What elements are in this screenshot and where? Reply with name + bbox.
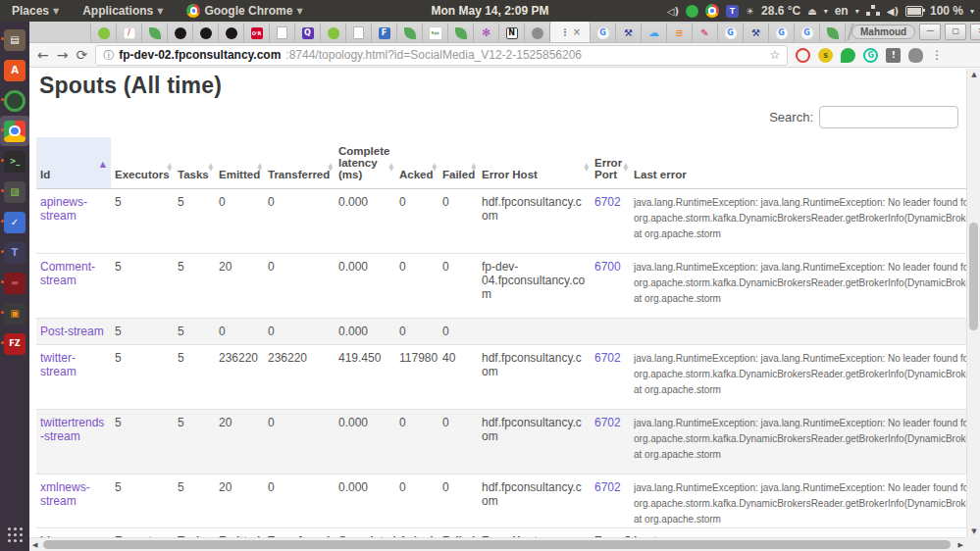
volume-icon[interactable]: ◀): [887, 6, 899, 17]
tab-close-icon[interactable]: ×: [573, 27, 581, 37]
teams-icon[interactable]: T: [726, 5, 739, 18]
launcher-item-green-app[interactable]: [0, 85, 29, 116]
minimize-button[interactable]: —: [919, 24, 941, 40]
error-port-link[interactable]: 6702: [594, 416, 621, 429]
browser-tab[interactable]: /: [116, 24, 141, 42]
launcher-item-terminal[interactable]: >_: [0, 146, 29, 176]
bookmark-star-icon[interactable]: ☆: [769, 48, 780, 62]
battery-percent-label[interactable]: 100 %: [930, 4, 963, 18]
search-input[interactable]: [819, 106, 958, 128]
spout-id-link[interactable]: twitter-stream: [40, 351, 77, 378]
scroll-left-icon[interactable]: ◀: [32, 539, 37, 551]
column-header-emitted[interactable]: Emitted▲▼: [215, 137, 264, 189]
error-port-link[interactable]: 6702: [594, 195, 621, 209]
launcher-item-filezilla[interactable]: FZ: [0, 328, 29, 359]
show-applications-button[interactable]: [6, 526, 24, 543]
audio-cast-icon[interactable]: ◁): [667, 6, 679, 17]
spout-id-link[interactable]: Post-stream: [40, 325, 104, 338]
browser-tab[interactable]: ✎: [692, 24, 717, 42]
places-menu[interactable]: Places ▼: [0, 0, 71, 22]
launcher-item-todo-app[interactable]: ✓: [0, 207, 29, 237]
temperature-label[interactable]: 28.6 °C: [761, 4, 800, 18]
browser-tab[interactable]: Sys: [422, 24, 447, 42]
browser-tab[interactable]: [447, 24, 473, 42]
browser-tab[interactable]: F: [371, 24, 396, 42]
column-header-transferred[interactable]: Transferred▲▼: [264, 137, 335, 189]
browser-tab[interactable]: ⚒: [743, 24, 768, 42]
forward-button[interactable]: →: [57, 48, 69, 62]
column-header-executors[interactable]: Executors▲▼: [111, 137, 174, 189]
browser-tab[interactable]: G: [768, 24, 794, 42]
launcher-item-files[interactable]: ▤: [0, 25, 29, 55]
scroll-down-icon[interactable]: ▼: [967, 527, 980, 535]
ghostery-extension-icon[interactable]: [908, 48, 923, 63]
browser-tab[interactable]: Q: [294, 24, 320, 42]
active-tab[interactable]: ⋮×: [549, 22, 590, 42]
back-button[interactable]: ←: [37, 48, 49, 62]
horizontal-scrollbar[interactable]: ◀ ▶: [29, 537, 966, 551]
browser-tab[interactable]: N: [498, 24, 524, 42]
launcher-item-ubuntu-software[interactable]: A: [0, 55, 29, 85]
chrome-tray-icon[interactable]: [705, 4, 719, 18]
scroll-right-icon[interactable]: ▶: [958, 539, 963, 551]
lighthouse-extension-icon[interactable]: !: [886, 48, 901, 63]
active-app-menu[interactable]: Google Chrome ▼: [175, 0, 314, 22]
spout-id-link[interactable]: twittertrends-stream: [40, 416, 104, 443]
browser-tab[interactable]: ✻: [473, 24, 498, 42]
eject-icon[interactable]: ⏏: [807, 6, 816, 17]
error-port-link[interactable]: 6702: [594, 351, 621, 365]
browser-tab[interactable]: O'R: [243, 24, 269, 42]
browser-tab[interactable]: ☁: [641, 24, 666, 42]
launcher-item-image-viewer[interactable]: ▨: [0, 176, 29, 207]
launcher-item-media-app[interactable]: ▬: [0, 268, 29, 298]
browser-tab[interactable]: [90, 24, 116, 42]
launcher-item-google-chrome[interactable]: [0, 116, 29, 146]
page-info-icon[interactable]: ⓘ: [103, 48, 114, 63]
browser-tab[interactable]: [141, 24, 167, 42]
column-header-error-port[interactable]: Error Port▲▼: [591, 137, 630, 189]
browser-tab[interactable]: G: [717, 24, 743, 42]
browser-tab[interactable]: [218, 24, 243, 42]
reload-button[interactable]: ⟳: [76, 48, 87, 62]
browser-menu-icon[interactable]: ⋮: [931, 48, 944, 62]
horizontal-scroll-thumb[interactable]: [43, 540, 951, 549]
caret-down-icon[interactable]: ▾: [970, 7, 974, 16]
browser-tab[interactable]: [167, 24, 192, 42]
column-header-id[interactable]: Id▲: [36, 137, 111, 189]
red-ring-extension-icon[interactable]: [796, 48, 810, 63]
browser-tab[interactable]: [524, 24, 549, 42]
launcher-item-ms-teams[interactable]: T: [0, 237, 29, 268]
network-icon[interactable]: [866, 5, 880, 17]
spout-id-link[interactable]: apinews-stream: [40, 195, 87, 223]
address-bar[interactable]: ⓘ fp-dev-02.fpconsultancy.com:8744/topol…: [95, 45, 788, 66]
caret-down-icon[interactable]: ▾: [824, 7, 828, 16]
column-header-error-host[interactable]: Error Host▲▼: [478, 137, 591, 189]
spout-id-link[interactable]: Comment-stream: [40, 260, 95, 287]
yellow-extension-icon[interactable]: s: [818, 48, 833, 63]
browser-tab[interactable]: ≡: [666, 24, 692, 42]
caret-down-icon[interactable]: ▾: [855, 7, 859, 16]
launcher-item-vmware[interactable]: ▣: [0, 298, 29, 328]
hangouts-icon[interactable]: [686, 5, 698, 18]
scroll-up-icon[interactable]: ▲: [967, 71, 980, 78]
spout-id-link[interactable]: xmlnews-stream: [40, 480, 90, 508]
vertical-scroll-thumb[interactable]: [969, 223, 978, 330]
column-header-failed[interactable]: Failed▲▼: [438, 137, 478, 189]
error-port-link[interactable]: 6702: [594, 480, 621, 494]
browser-tab[interactable]: [345, 24, 371, 42]
profile-chip[interactable]: Mahmoud: [851, 25, 915, 39]
error-port-link[interactable]: 6700: [594, 260, 621, 274]
browser-tab[interactable]: G: [794, 24, 819, 42]
browser-tab[interactable]: [396, 24, 422, 42]
browser-tab[interactable]: G: [590, 24, 615, 42]
browser-tab[interactable]: [269, 24, 294, 42]
column-header-last-error[interactable]: Last error: [630, 137, 969, 189]
column-header-tasks[interactable]: Tasks▲▼: [174, 137, 215, 189]
browser-tab[interactable]: [819, 24, 846, 42]
browser-tab[interactable]: [192, 24, 218, 42]
close-button[interactable]: ✕: [970, 24, 980, 40]
vertical-scrollbar[interactable]: ▲ ▼: [966, 69, 980, 537]
browser-tab[interactable]: [320, 24, 345, 42]
column-header-acked[interactable]: Acked▲▼: [395, 137, 438, 189]
browser-tab[interactable]: ⚒: [615, 24, 641, 42]
